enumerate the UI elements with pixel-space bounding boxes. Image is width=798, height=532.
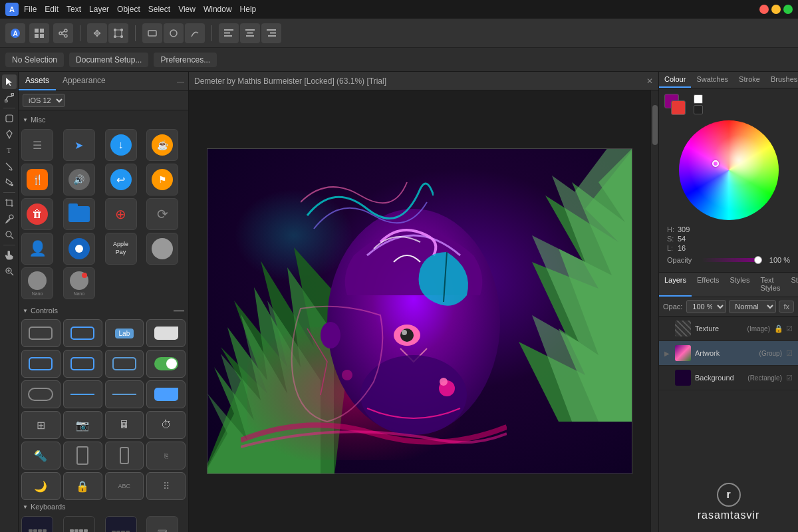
- tab-layers[interactable]: Layers: [659, 273, 692, 297]
- layer-artwork-expand[interactable]: ▶: [664, 350, 671, 357]
- shape-tool[interactable]: [2, 111, 17, 126]
- layer-texture[interactable]: Texture (Image) 🔒 ☑: [659, 317, 798, 341]
- preferences-button[interactable]: Preferences...: [154, 53, 217, 67]
- asset-back[interactable]: ↩: [105, 164, 137, 196]
- zoom-tool[interactable]: [2, 227, 17, 242]
- eyedropper-tool[interactable]: [2, 211, 17, 226]
- keyboard-4[interactable]: ⌨: [146, 516, 178, 532]
- maximize-button[interactable]: [783, 5, 793, 14]
- align-right[interactable]: [261, 23, 281, 43]
- menu-layer[interactable]: Layer: [89, 5, 109, 14]
- menu-view[interactable]: View: [178, 5, 196, 14]
- color-wheel-container[interactable]: [679, 120, 779, 220]
- asset-coffee[interactable]: ☕: [146, 129, 178, 161]
- rect-tool[interactable]: [142, 23, 162, 43]
- pen-tool[interactable]: [2, 127, 17, 142]
- transform-tool[interactable]: [108, 23, 128, 43]
- magnify-tool[interactable]: [2, 264, 17, 279]
- ctrl-lock[interactable]: 🔒: [63, 472, 102, 500]
- ctrl-blue-outline-2[interactable]: [63, 350, 102, 378]
- asset-fingerprint[interactable]: ⊕: [105, 198, 137, 230]
- share-button[interactable]: [53, 23, 73, 43]
- path-tool[interactable]: [185, 23, 205, 43]
- tab-brushes[interactable]: Brushes: [765, 72, 798, 88]
- tab-effects[interactable]: Effects: [692, 273, 724, 297]
- canvas-close[interactable]: ✕: [646, 76, 653, 86]
- no-selection-button[interactable]: No Selection: [5, 53, 64, 67]
- blend-mode-select[interactable]: Normal: [729, 300, 776, 313]
- brush-tool[interactable]: [2, 159, 17, 174]
- scrollbar-thumb-v[interactable]: [652, 105, 658, 145]
- asset-delete[interactable]: 🗑: [21, 198, 53, 230]
- close-button[interactable]: [759, 5, 769, 14]
- white-swatch[interactable]: [694, 94, 703, 104]
- ctrl-abc[interactable]: ABC: [105, 472, 144, 500]
- layer-artwork-vis[interactable]: ☑: [786, 349, 793, 358]
- tab-colour[interactable]: Colour: [659, 72, 691, 88]
- ctrl-moon[interactable]: 🌙: [21, 472, 61, 500]
- tab-swatches[interactable]: Swatches: [691, 72, 733, 88]
- asset-spinner[interactable]: ⟳: [146, 198, 178, 230]
- doc-setup-button[interactable]: Document Setup...: [69, 53, 148, 67]
- grid-button[interactable]: [29, 23, 49, 43]
- layer-background[interactable]: Background (Rectangle) ☑: [659, 366, 798, 390]
- hand-tool[interactable]: [2, 248, 17, 263]
- crop-tool[interactable]: [2, 196, 17, 210]
- move-tool[interactable]: [87, 23, 107, 43]
- asset-nano-iphone[interactable]: Nano: [21, 267, 53, 299]
- layer-artwork[interactable]: ▶ Artwork (Group) ☑: [659, 341, 798, 366]
- ctrl-line[interactable]: [63, 380, 102, 408]
- ctrl-line-2[interactable]: [105, 380, 144, 408]
- panel-pin[interactable]: —: [173, 74, 188, 88]
- controls-pin[interactable]: —: [174, 305, 184, 317]
- menu-window[interactable]: Window: [203, 5, 232, 14]
- minimize-button[interactable]: [771, 5, 781, 14]
- menu-object[interactable]: Object: [117, 5, 140, 14]
- node-tool[interactable]: [2, 90, 17, 105]
- ctrl-blue-outline-1[interactable]: [21, 350, 61, 378]
- asset-restaurant[interactable]: 🍴: [21, 164, 53, 196]
- menu-text[interactable]: Text: [66, 5, 81, 14]
- fx-button[interactable]: fx: [779, 301, 794, 313]
- controls-label-row[interactable]: ▼ Controls: [23, 307, 58, 315]
- ctrl-clock[interactable]: ⏱: [146, 411, 186, 439]
- asset-list[interactable]: ☰: [21, 129, 53, 161]
- misc-section-header[interactable]: ▼ Misc: [21, 113, 186, 126]
- align-left[interactable]: [219, 23, 239, 43]
- ctrl-torch[interactable]: 🔦: [21, 442, 61, 469]
- asset-apple-pay[interactable]: ApplePay: [105, 233, 137, 265]
- asset-blue-circle[interactable]: ↓: [105, 129, 137, 161]
- asset-flag[interactable]: ⚑: [146, 164, 178, 196]
- ctrl-phone[interactable]: [63, 442, 102, 469]
- menu-select[interactable]: Select: [148, 5, 170, 14]
- layer-texture-vis[interactable]: ☑: [786, 325, 793, 333]
- ctrl-outline-btn-2[interactable]: [63, 319, 102, 347]
- keyboard-2[interactable]: [63, 516, 95, 532]
- ctrl-blue-shape[interactable]: [146, 380, 186, 408]
- primary-swatch[interactable]: [664, 94, 686, 115]
- ctrl-label-btn[interactable]: Lab: [105, 319, 144, 347]
- paint-bucket[interactable]: [2, 175, 17, 190]
- tab-styles[interactable]: Styles: [724, 273, 755, 297]
- layers-opacity-select[interactable]: 100 %: [686, 300, 726, 313]
- asset-grey-circle[interactable]: [146, 233, 178, 265]
- opacity-bar[interactable]: [702, 258, 762, 262]
- canvas-scrollbar-vertical[interactable]: [650, 90, 658, 532]
- tab-appearance[interactable]: Appearance: [56, 72, 112, 90]
- canvas-viewport[interactable]: [189, 90, 650, 532]
- asset-person[interactable]: 👤: [21, 233, 53, 265]
- tab-stock[interactable]: Stock: [785, 273, 798, 297]
- asset-nano-faceid[interactable]: Nano: [63, 267, 95, 299]
- ctrl-screen-mirror[interactable]: ⎘: [146, 442, 186, 469]
- keyboard-1[interactable]: [21, 516, 53, 532]
- affinity-home-button[interactable]: A: [5, 23, 25, 43]
- pointer-tool[interactable]: [2, 74, 17, 89]
- ctrl-calc[interactable]: 🖩: [105, 411, 144, 439]
- keyboards-section-header[interactable]: ▼ Keyboards: [21, 500, 186, 513]
- tab-stroke[interactable]: Stroke: [733, 72, 765, 88]
- asset-dot-circle[interactable]: [63, 233, 95, 265]
- ctrl-blue-outline-3[interactable]: [105, 350, 144, 378]
- menu-edit[interactable]: Edit: [45, 5, 59, 14]
- ctrl-outline-btn-1[interactable]: [21, 319, 61, 347]
- type-tool[interactable]: T: [2, 143, 17, 158]
